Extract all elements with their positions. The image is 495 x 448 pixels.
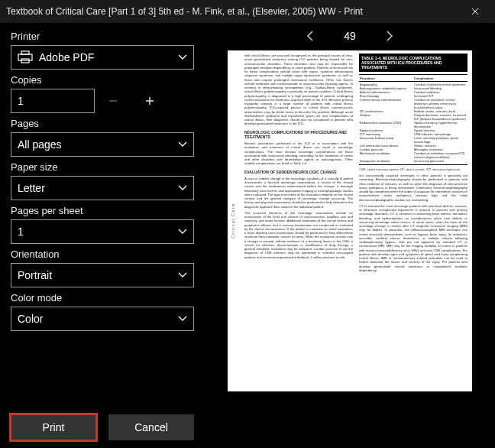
printer-dropdown[interactable]: Adobe PDF <box>11 45 194 70</box>
page-table-title: TABLE 1-4. NEUROLOGIC COMPLICATIONS ASSO… <box>359 54 467 72</box>
print-settings-panel: Printer Adobe PDF Copies <box>0 23 205 448</box>
preview-pane: 49 Critical Care with critical illness a… <box>205 23 495 448</box>
chevron-down-icon <box>178 185 187 191</box>
page-text: The essential elements of the neurologic… <box>244 211 353 259</box>
copies-label: Copies <box>11 74 194 86</box>
chevron-down-icon <box>178 141 187 148</box>
pages-value: All pages <box>18 138 62 151</box>
page-col-right: TABLE 1-4. NEUROLOGIC COMPLICATIONS ASSO… <box>359 54 467 388</box>
page-text: out nosocomially acquired meningitis in … <box>359 174 467 202</box>
minus-icon <box>108 96 118 106</box>
printer-label: Printer <box>11 31 194 42</box>
copies-increment[interactable] <box>131 89 168 113</box>
print-button[interactable]: Print <box>11 414 96 440</box>
titlebar: Textbook of Critical Care [Part 1 of 3] … <box>0 0 495 23</box>
close-button[interactable] <box>461 0 489 23</box>
svg-rect-1 <box>18 54 32 60</box>
page-table: ProcedureComplication AngiographyCerebra… <box>359 74 467 165</box>
window-title: Textbook of Critical Care [Part 1 of 3] … <box>6 6 461 17</box>
preview-page: Critical Care with critical illness are … <box>228 50 472 391</box>
orientation-dropdown[interactable]: Portrait <box>11 263 194 287</box>
orientation-value: Portrait <box>18 269 52 281</box>
page-heading: NEUROLOGIC COMPLICATIONS OF PROCEDURES A… <box>244 130 353 140</box>
preview-page-number: 49 <box>344 30 356 42</box>
page-text: A new or sudden change in the neurologic… <box>244 177 353 209</box>
page-margin-label: Critical Care <box>228 50 240 391</box>
copies-input[interactable] <box>11 89 95 113</box>
table-row: DialysisDialysis dementia, seizures, inc… <box>359 113 467 121</box>
table-row: Nasogastric intubationIntracranial place… <box>359 159 467 163</box>
pps-value: 1 <box>18 226 24 238</box>
page-text: with critical illness are now well recog… <box>244 54 353 126</box>
chevron-down-icon <box>178 316 187 322</box>
cancel-button[interactable]: Cancel <box>108 414 194 440</box>
table-row: Mechanical ventilationCerebral air embol… <box>359 151 467 159</box>
pps-label: Pages per sheet <box>11 205 194 216</box>
colormode-value: Color <box>18 313 43 325</box>
pages-dropdown[interactable]: All pages <box>11 132 194 157</box>
table-row: Intra-aortic balloon pumpLower extremity… <box>359 136 467 144</box>
chevron-left-icon <box>306 31 314 41</box>
table-header: Procedure <box>359 76 413 80</box>
chevron-down-icon <box>178 272 187 278</box>
preview-nav: 49 <box>205 23 495 49</box>
colormode-dropdown[interactable]: Color <box>11 307 194 331</box>
plus-icon <box>144 96 155 106</box>
page-col-left: with critical illness are now well recog… <box>244 54 353 388</box>
table-header: Complication <box>413 76 467 80</box>
next-page-button[interactable] <box>379 25 400 47</box>
chevron-down-icon <box>178 229 187 235</box>
table-row: Endotracheal intubation (CNS)Spinal cord… <box>359 121 467 128</box>
colormode-label: Color mode <box>11 292 194 304</box>
papersize-dropdown[interactable]: Letter <box>11 176 194 200</box>
orientation-label: Orientation <box>11 248 194 260</box>
copies-decrement[interactable] <box>95 89 131 113</box>
page-heading: EVALUATION OF SUDDEN NEUROLOGIC CHANGE <box>244 170 353 174</box>
page-text: Routine procedures performed in the ICU … <box>244 141 353 166</box>
chevron-down-icon <box>178 54 187 60</box>
close-icon <box>471 8 479 15</box>
pps-dropdown[interactable]: 1 <box>11 219 194 244</box>
printer-icon <box>18 50 33 64</box>
pages-label: Pages <box>11 118 194 129</box>
page-table-caption: CNS, central nervous system; DC, direct … <box>359 167 467 171</box>
chevron-right-icon <box>386 31 393 41</box>
page-text: CT is indicated for most neurologic pati… <box>359 204 467 272</box>
table-row: Central venous catheterizationCerebral a… <box>359 98 467 109</box>
printer-value: Adobe PDF <box>39 51 94 63</box>
prev-page-button[interactable] <box>299 25 321 47</box>
papersize-label: Paper size <box>11 161 194 173</box>
papersize-value: Letter <box>18 182 45 194</box>
